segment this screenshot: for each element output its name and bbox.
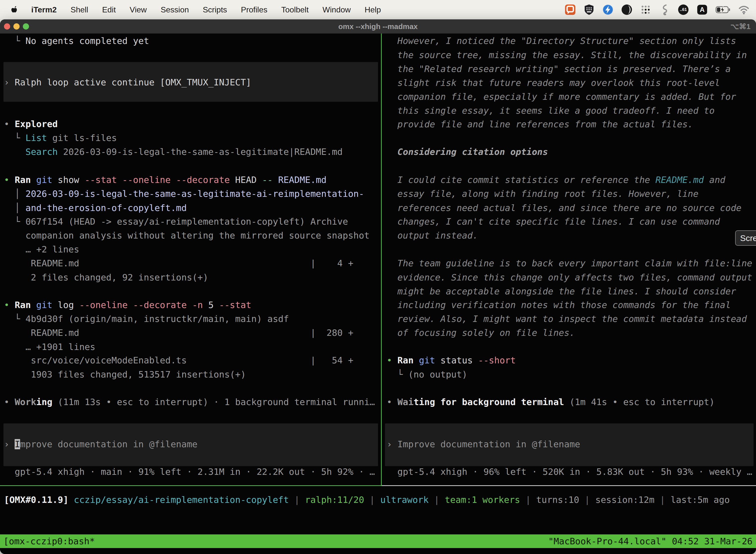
chat-app-icon[interactable]: [565, 4, 576, 15]
menu-item-help[interactable]: Help: [365, 5, 381, 14]
apple-menu-icon[interactable]: [9, 4, 18, 15]
overlay-tooltip: Scre: [735, 230, 756, 246]
menu-item-window[interactable]: Window: [322, 5, 351, 14]
window-title: omx --xhigh --madmax: [0, 19, 756, 34]
terminal-line: [OMX#0.11.9] cczip/essay/ai-reimplementa…: [4, 493, 730, 507]
tmux-session-label: [omx-cczip0:bash*: [3, 536, 95, 546]
blue-bolt-app-icon[interactable]: [602, 4, 614, 15]
desktop: iTerm2ShellEditViewSessionScriptsProfile…: [0, 0, 756, 554]
menu-item-session[interactable]: Session: [161, 5, 189, 14]
percent-badge-icon[interactable]: ..61: [678, 4, 689, 15]
menu-item-toolbelt[interactable]: Toolbelt: [281, 5, 309, 14]
a-badge-label: A: [696, 4, 708, 15]
menu-item-scripts[interactable]: Scripts: [203, 5, 227, 14]
iterm-window: omx --xhigh --madmax ⌥⌘1 └ No agents com…: [0, 19, 756, 554]
title-bar[interactable]: omx --xhigh --madmax ⌥⌘1: [0, 19, 756, 34]
percent-badge-label: ..61: [678, 4, 689, 15]
omx-status-pane: [OMX#0.11.9] cczip/essay/ai-reimplementa…: [0, 34, 756, 554]
terminal-content[interactable]: └ No agents completed yet› Ralph loop ac…: [0, 34, 756, 554]
menu-status-icons: ..61 A: [565, 4, 750, 15]
squiggle-app-icon[interactable]: [659, 4, 670, 15]
tmux-host-clock-label: "MacBook-Pro-44.local" 04:52 31-Mar-26: [548, 536, 753, 546]
menu-item-iterm2[interactable]: iTerm2: [31, 5, 57, 14]
menu-item-view[interactable]: View: [130, 5, 147, 14]
dots-grid-icon[interactable]: [640, 4, 651, 15]
menu-bar: iTerm2ShellEditViewSessionScriptsProfile…: [0, 0, 756, 19]
window-shortcut-badge: ⌥⌘1: [731, 19, 751, 34]
menu-item-edit[interactable]: Edit: [102, 5, 116, 14]
battery-charging-icon[interactable]: [715, 4, 731, 15]
a-app-icon[interactable]: A: [696, 4, 708, 15]
tmux-status-bar: [omx-cczip0:bash* "MacBook-Pro-44.local"…: [0, 535, 756, 548]
shield-app-icon[interactable]: [583, 4, 595, 15]
wifi-icon[interactable]: [738, 4, 750, 15]
menu-item-profiles[interactable]: Profiles: [241, 5, 267, 14]
moon-app-icon[interactable]: [621, 4, 632, 15]
menu-item-shell[interactable]: Shell: [71, 5, 88, 14]
menu-items: iTerm2ShellEditViewSessionScriptsProfile…: [31, 5, 381, 14]
